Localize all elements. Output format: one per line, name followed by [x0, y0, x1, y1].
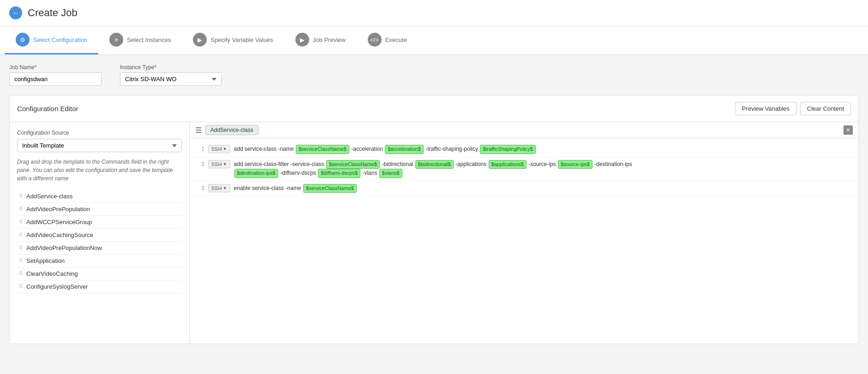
- preview-variables-button[interactable]: Preview Variables: [735, 102, 796, 115]
- ssh-label: SSH: [211, 146, 222, 152]
- config-source-label: Configuration Source: [17, 130, 182, 136]
- main-content: Job Name* Instance Type* Citrix SD-WAN W…: [0, 55, 868, 353]
- tab-job-preview-label: Job Preview: [313, 36, 346, 43]
- drag-icon: ⠿: [19, 193, 23, 199]
- template-name: SetApplication: [26, 257, 65, 264]
- config-editor: Configuration Editor Preview Variables C…: [9, 95, 859, 344]
- var-bidirectional: $bidirectional$: [415, 160, 454, 169]
- var-service-class-name-2: $serviceClassName$: [326, 160, 380, 169]
- ssh-caret: ▼: [223, 147, 227, 151]
- var-vlans: $vlans$: [379, 169, 402, 178]
- instance-type-label: Instance Type*: [120, 64, 221, 71]
- template-list: ⠿ AddService-class ⠿ AddVideoPrePopulati…: [17, 190, 182, 293]
- tab-select-instances-label: Select Instances: [127, 36, 171, 43]
- var-destination-ips: $destination-ips$: [234, 169, 278, 178]
- command-text-3: enable service-class -name $serviceClass…: [234, 184, 853, 193]
- execute-icon: </>: [368, 33, 382, 47]
- var-diffserv-dscps: $diffserv-dscps$: [318, 169, 360, 178]
- row-number-3: 3: [195, 184, 204, 191]
- back-button[interactable]: ←: [9, 6, 22, 19]
- var-service-class-name-3: $serviceClassName$: [303, 184, 357, 193]
- preview-icon: ▶: [295, 33, 309, 47]
- drag-icon: ⠿: [19, 284, 23, 290]
- command-row-1: 1 SSH ▼ add service-class -name $service…: [190, 142, 858, 157]
- tab-select-configuration[interactable]: ⚙ Select Configuration: [5, 26, 98, 54]
- right-panel: ☰ AddService-class ✕ 1 SSH ▼ add service…: [190, 122, 858, 344]
- template-item-set-application[interactable]: ⠿ SetApplication: [17, 255, 182, 267]
- drag-icon: ⠿: [19, 271, 23, 277]
- ssh-badge-1[interactable]: SSH ▼: [208, 145, 230, 153]
- ssh-label-2: SSH: [211, 161, 222, 167]
- template-name: AddService-class: [26, 193, 72, 200]
- active-command-tab[interactable]: AddService-class: [205, 125, 258, 135]
- ssh-label-3: SSH: [211, 185, 222, 191]
- tab-execute[interactable]: </> Execute: [357, 26, 418, 54]
- template-name: AddWCCPServiceGroup: [26, 219, 92, 226]
- row-number-1: 1: [195, 145, 204, 152]
- tab-job-preview[interactable]: ▶ Job Preview: [284, 26, 357, 54]
- ssh-badge-3[interactable]: SSH ▼: [208, 184, 230, 192]
- instances-icon: ≡: [109, 33, 123, 47]
- template-item-add-video-prepopulation[interactable]: ⠿ AddVideoPrePopulation: [17, 203, 182, 216]
- drag-icon: ⠿: [19, 232, 23, 238]
- tab-execute-label: Execute: [385, 36, 407, 43]
- commands-area: 1 SSH ▼ add service-class -name $service…: [190, 138, 858, 344]
- drag-icon: ⠿: [19, 219, 23, 225]
- template-item-add-video-caching-source[interactable]: ⠿ AddVideoCachingSource: [17, 229, 182, 242]
- command-text-2: add service-class-filter -service-class …: [234, 160, 853, 178]
- tab-select-configuration-label: Select Configuration: [33, 36, 87, 43]
- config-editor-header: Configuration Editor Preview Variables C…: [10, 95, 858, 122]
- editor-body: Configuration Source Inbuilt Template Cu…: [10, 122, 858, 344]
- ssh-caret-2: ▼: [223, 162, 227, 166]
- page-title: Create Job: [28, 7, 78, 19]
- drag-icon: ⠿: [19, 258, 23, 264]
- command-text-1: add service-class -name $serviceClassNam…: [234, 145, 853, 154]
- form-row: Job Name* Instance Type* Citrix SD-WAN W…: [9, 64, 859, 86]
- clear-content-button[interactable]: Clear Content: [800, 102, 851, 115]
- template-item-clear-video-caching[interactable]: ⠿ ClearVideoCaching: [17, 267, 182, 280]
- tab-select-instances[interactable]: ≡ Select Instances: [98, 26, 182, 54]
- var-acceleration: $acceleration$: [385, 145, 424, 154]
- config-hint: Drag and drop the template to the Comman…: [17, 158, 182, 183]
- ssh-caret-3: ▼: [223, 186, 227, 190]
- var-applications: $applications$: [489, 160, 527, 169]
- instance-type-select[interactable]: Citrix SD-WAN WO Citrix SD-WAN NetScaler: [120, 72, 221, 86]
- job-name-group: Job Name*: [9, 64, 102, 86]
- template-name: AddVideoPrePopulation: [26, 206, 90, 213]
- template-item-configure-syslog-server[interactable]: ⠿ ConfigureSyslogServer: [17, 280, 182, 293]
- config-source-select[interactable]: Inbuilt Template Custom Template: [17, 139, 182, 152]
- command-row-2: 2 SSH ▼ add service-class-filter -servic…: [190, 157, 858, 181]
- config-icon: ⚙: [16, 33, 30, 47]
- job-name-label: Job Name*: [9, 64, 102, 71]
- page-header: ← Create Job: [0, 0, 868, 26]
- job-name-input[interactable]: [9, 72, 102, 86]
- template-item-add-video-prepopulation-now[interactable]: ⠿ AddVideoPrePopulationNow: [17, 242, 182, 255]
- config-editor-actions: Preview Variables Clear Content: [735, 102, 851, 115]
- hamburger-icon[interactable]: ☰: [195, 126, 202, 135]
- left-panel: Configuration Source Inbuilt Template Cu…: [10, 122, 190, 344]
- wizard-tabs: ⚙ Select Configuration ≡ Select Instance…: [0, 26, 868, 55]
- template-item-add-wccp-service-group[interactable]: ⠿ AddWCCPServiceGroup: [17, 216, 182, 229]
- template-name: AddVideoPrePopulationNow: [26, 244, 102, 251]
- template-name: ConfigureSyslogServer: [26, 283, 88, 290]
- config-editor-title: Configuration Editor: [17, 105, 78, 113]
- command-row-3: 3 SSH ▼ enable service-class -name $serv…: [190, 181, 858, 196]
- command-tab-row: ☰ AddService-class ✕: [190, 122, 858, 138]
- template-name: ClearVideoCaching: [26, 270, 78, 277]
- drag-icon: ⠿: [19, 206, 23, 212]
- tab-specify-variables[interactable]: ▶ Specify Variable Values: [182, 26, 284, 54]
- template-item-add-service-class[interactable]: ⠿ AddService-class: [17, 190, 182, 203]
- drag-icon: ⠿: [19, 245, 23, 251]
- template-name: AddVideoCachingSource: [26, 232, 93, 238]
- row-number-2: 2: [195, 160, 204, 167]
- var-traffic-shaping-policy: $trafficShapingPolicy$: [480, 145, 536, 154]
- variables-icon: ▶: [193, 33, 207, 47]
- ssh-badge-2[interactable]: SSH ▼: [208, 160, 230, 168]
- var-source-ips: $source-ips$: [558, 160, 593, 169]
- tab-specify-variables-label: Specify Variable Values: [210, 36, 273, 43]
- var-service-class-name-1: $serviceClassName$: [296, 145, 349, 154]
- instance-type-group: Instance Type* Citrix SD-WAN WO Citrix S…: [120, 64, 221, 86]
- close-tab-button[interactable]: ✕: [844, 125, 853, 135]
